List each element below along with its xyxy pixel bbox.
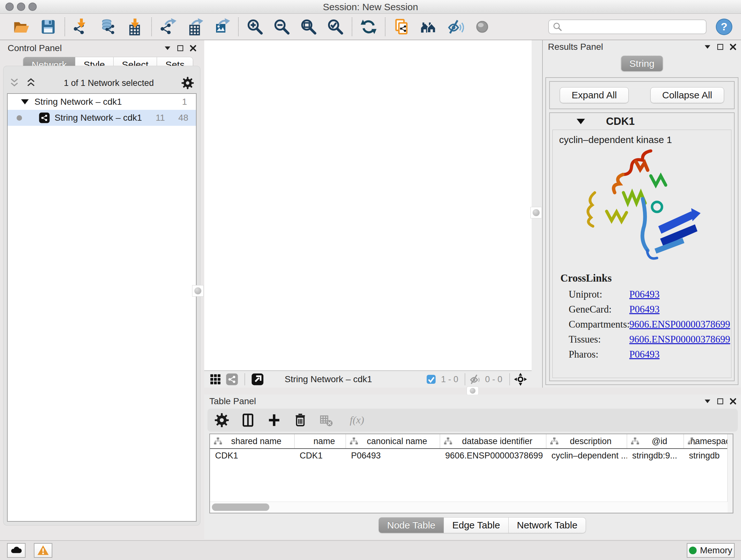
tab-edge-table[interactable]: Edge Table	[444, 517, 509, 533]
table-cell[interactable]: P06493	[346, 449, 440, 462]
bottom-splitter-handle[interactable]	[467, 386, 479, 395]
expand-all-networks-icon[interactable]	[25, 78, 37, 88]
show-columns-icon[interactable]	[241, 413, 255, 428]
crosslink-link[interactable]: P06493	[629, 349, 660, 360]
network-panel-body: 1 of 1 Network selected String Network –…	[3, 66, 200, 525]
import-table-file-button[interactable]	[126, 18, 144, 36]
collapse-panel-icon[interactable]	[703, 397, 712, 406]
column-header-database-identifier[interactable]: database identifier	[440, 434, 546, 448]
table-cell[interactable]: cyclin–dependent ...	[546, 449, 627, 462]
crosslink-link[interactable]: P06493	[629, 289, 660, 300]
string-homes-button[interactable]	[420, 18, 437, 36]
import-network-database-button[interactable]	[99, 18, 117, 36]
crosslink-link[interactable]: P06493	[629, 304, 660, 315]
crosslink-link[interactable]: 9606.ENSP00000378699	[629, 319, 730, 330]
node-result-entry: CDK1 cyclin–dependent kinase 1	[549, 112, 735, 381]
window-title: Session: New Session	[0, 2, 741, 12]
expand-all-button[interactable]: Expand All	[560, 87, 629, 103]
warnings-button[interactable]	[34, 543, 52, 558]
export-table-button[interactable]	[186, 18, 204, 36]
fit-selected-crosshair-icon[interactable]	[514, 373, 527, 386]
results-panel: Results Panel String Expand All Collapse…	[542, 40, 741, 388]
table-horizontal-scrollbar[interactable]	[210, 502, 728, 513]
network-options-gear-icon[interactable]	[181, 77, 194, 89]
memory-label: Memory	[700, 545, 732, 556]
crosslink-link[interactable]: 9606.ENSP00000378699	[629, 334, 730, 345]
string-documents-button[interactable]	[393, 18, 410, 36]
navigator-icon[interactable]	[251, 373, 264, 386]
float-panel-icon[interactable]	[176, 44, 185, 52]
save-session-button[interactable]	[40, 18, 57, 36]
table-header-row: shared namenamecanonical namedatabase id…	[210, 434, 733, 449]
close-panel-icon[interactable]	[729, 43, 737, 51]
table-cell[interactable]: 9606.ENSP00000378699	[440, 449, 546, 462]
crosslink-row: Compartments:9606.ENSP00000378699	[557, 317, 727, 332]
zoom-fit-button[interactable]	[300, 18, 317, 36]
network-list: String Network – cdk1 1 String Network –…	[7, 93, 197, 522]
table-vertical-scrollbar[interactable]	[727, 434, 733, 513]
update-network-button[interactable]	[360, 18, 377, 36]
scrollbar-thumb[interactable]	[212, 503, 269, 511]
import-network-file-button[interactable]	[73, 18, 90, 36]
export-network-button[interactable]	[159, 18, 177, 36]
cytoscape-window: Session: New Session ? Control Panel Net…	[0, 0, 741, 560]
network-collection-row[interactable]: String Network – cdk1 1	[8, 94, 196, 110]
collapse-all-button[interactable]: Collapse All	[650, 87, 724, 103]
column-header-shared-name[interactable]: shared name	[210, 434, 294, 448]
create-column-icon[interactable]	[267, 413, 281, 428]
entry-gene-name: CDK1	[606, 115, 635, 127]
table-options-gear-icon[interactable]	[214, 413, 229, 428]
close-panel-icon[interactable]	[729, 397, 737, 406]
table-cell[interactable]: stringdb	[684, 449, 733, 462]
table-row[interactable]: CDK1CDK1P064939606.ENSP00000378699cyclin…	[210, 449, 733, 462]
crosslink-label: Pharos:	[569, 349, 629, 360]
left-splitter-handle[interactable]	[192, 285, 204, 297]
birds-eye-grid-icon[interactable]	[209, 373, 222, 386]
network-row-selected[interactable]: String Network – cdk1 11 48	[8, 110, 196, 126]
zoom-in-button[interactable]	[246, 18, 264, 36]
float-panel-icon[interactable]	[716, 397, 724, 406]
float-panel-icon[interactable]	[716, 43, 724, 51]
zoom-selected-button[interactable]	[327, 18, 344, 36]
results-panel-title: Results Panel	[548, 42, 603, 52]
collapse-panel-icon[interactable]	[163, 44, 172, 52]
table-cell[interactable]: CDK1	[210, 449, 294, 462]
memory-button[interactable]: Memory	[687, 543, 735, 558]
table-cell[interactable]: stringdb:9...	[627, 449, 684, 462]
tab-string[interactable]: String	[621, 56, 663, 71]
column-header-namespace[interactable]: namespace	[684, 434, 733, 448]
column-header-name[interactable]: name	[294, 434, 346, 448]
tab-network-table[interactable]: Network Table	[509, 517, 586, 533]
window-titlebar: Session: New Session	[0, 0, 741, 14]
search-input[interactable]	[563, 21, 703, 32]
crosslink-row: Tissues:9606.ENSP00000378699	[557, 332, 727, 347]
table-cell[interactable]: CDK1	[294, 449, 346, 462]
zoom-out-button[interactable]	[273, 18, 290, 36]
cloud-services-button[interactable]	[7, 543, 25, 558]
export-image-button[interactable]	[213, 18, 230, 36]
collection-expand-icon[interactable]	[21, 99, 29, 105]
column-tree-icon	[630, 436, 640, 446]
help-button[interactable]: ?	[716, 18, 733, 36]
search-box[interactable]	[548, 19, 706, 34]
collapse-panel-icon[interactable]	[703, 43, 712, 51]
column-tree-icon	[687, 436, 697, 446]
delete-column-icon[interactable]	[293, 413, 308, 428]
column-header--id[interactable]: @id	[627, 434, 684, 448]
entry-collapse-icon[interactable]	[577, 119, 585, 124]
network-view-canvas[interactable]	[204, 40, 532, 370]
column-header-canonical-name[interactable]: canonical name	[346, 434, 440, 448]
close-panel-icon[interactable]	[189, 44, 197, 52]
open-session-button[interactable]	[13, 18, 30, 36]
column-header-description[interactable]: description	[546, 434, 627, 448]
hidden-eye-icon[interactable]	[468, 373, 482, 386]
collapse-all-networks-icon[interactable]	[9, 78, 20, 88]
selected-checkbox-icon[interactable]	[424, 373, 438, 386]
tab-node-table[interactable]: Node Table	[379, 517, 444, 533]
right-splitter-handle[interactable]	[530, 207, 542, 219]
show-eye-button[interactable]	[474, 18, 491, 36]
column-label: database identifier	[462, 436, 533, 446]
string-share-icon[interactable]	[225, 373, 239, 386]
node-result-header[interactable]: CDK1	[550, 113, 734, 130]
hide-glasses-button[interactable]	[447, 18, 464, 36]
